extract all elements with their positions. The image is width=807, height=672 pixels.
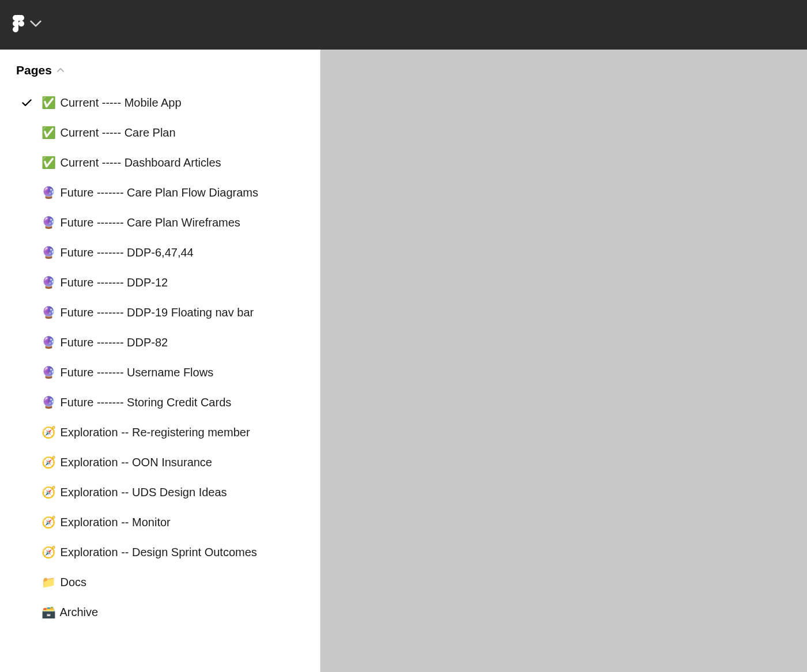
page-item-label: 📁 Docs xyxy=(42,575,313,589)
pages-list: ✅ Current ----- Mobile App✅ Current ----… xyxy=(0,88,320,627)
page-item[interactable]: 🔮 Future ------- Username Flows xyxy=(0,357,320,387)
page-emoji-icon: 🔮 xyxy=(42,305,56,319)
page-emoji-icon: 🔮 xyxy=(42,275,56,289)
page-item[interactable]: 🔮 Future ------- Storing Credit Cards xyxy=(0,387,320,417)
page-item[interactable]: 🔮 Future ------- DDP-19 Floating nav bar xyxy=(0,297,320,327)
page-item-label: 🔮 Future ------- DDP-82 xyxy=(42,335,313,349)
page-item[interactable]: ✅ Current ----- Mobile App xyxy=(0,88,320,118)
page-item[interactable]: 🔮 Future ------- DDP-12 xyxy=(0,267,320,297)
page-emoji-icon: 🗃️ xyxy=(42,605,56,619)
page-item[interactable]: ✅ Current ----- Care Plan xyxy=(0,118,320,148)
page-item-label: ✅ Current ----- Dashboard Articles xyxy=(42,156,313,169)
chevron-up-icon xyxy=(56,67,65,73)
page-emoji-icon: 🧭 xyxy=(42,485,56,499)
pages-panel-title: Pages xyxy=(16,63,52,77)
page-emoji-icon: 🧭 xyxy=(42,425,56,439)
page-item-label: 🔮 Future ------- DDP-6,47,44 xyxy=(42,246,313,259)
page-emoji-icon: ✅ xyxy=(42,96,56,110)
page-item-label: 🔮 Future ------- Username Flows xyxy=(42,365,313,379)
page-item-label: 🔮 Future ------- DDP-19 Floating nav bar xyxy=(42,305,313,319)
page-item[interactable]: 🔮 Future ------- DDP-6,47,44 xyxy=(0,237,320,267)
page-emoji-icon: 🔮 xyxy=(42,246,56,259)
main-menu-button[interactable] xyxy=(13,15,42,35)
page-item-label: ✅ Current ----- Care Plan xyxy=(42,126,313,139)
page-item[interactable]: 🧭 Exploration -- OON Insurance xyxy=(0,447,320,477)
page-emoji-icon: 🔮 xyxy=(42,216,56,229)
page-item-label: 🧭 Exploration -- UDS Design Ideas xyxy=(42,485,313,499)
canvas-area[interactable] xyxy=(320,50,807,672)
page-item-label: 🧭 Exploration -- OON Insurance xyxy=(42,455,313,469)
page-emoji-icon: 🔮 xyxy=(42,335,56,349)
page-item-label: 🧭 Exploration -- Monitor xyxy=(42,515,313,529)
page-item[interactable]: 🔮 Future ------- DDP-82 xyxy=(0,327,320,357)
chevron-down-icon xyxy=(30,15,42,35)
page-item[interactable]: ✅ Current ----- Dashboard Articles xyxy=(0,148,320,178)
page-item[interactable]: 📁 Docs xyxy=(0,567,320,597)
page-item-label: 🔮 Future ------- DDP-12 xyxy=(42,275,313,289)
page-item-label: 🔮 Future ------- Storing Credit Cards xyxy=(42,395,313,409)
top-toolbar xyxy=(0,0,807,50)
page-item[interactable]: 🧭 Exploration -- Re-registering member xyxy=(0,417,320,447)
page-item[interactable]: 🧭 Exploration -- UDS Design Ideas xyxy=(0,477,320,507)
pages-panel-header[interactable]: Pages xyxy=(0,58,320,88)
page-emoji-icon: 📁 xyxy=(42,575,56,589)
page-emoji-icon: 🔮 xyxy=(42,395,56,409)
page-item-label: ✅ Current ----- Mobile App xyxy=(42,96,313,110)
left-sidebar: Pages ✅ Current ----- Mobile App✅ Curren… xyxy=(0,50,320,672)
figma-logo-icon xyxy=(13,15,24,35)
page-item[interactable]: 🔮 Future ------- Care Plan Wireframes xyxy=(0,207,320,237)
page-emoji-icon: ✅ xyxy=(42,156,56,169)
page-emoji-icon: 🔮 xyxy=(42,365,56,379)
page-item[interactable]: 🔮 Future ------- Care Plan Flow Diagrams xyxy=(0,178,320,207)
page-item-label: 🧭 Exploration -- Design Sprint Outcomes xyxy=(42,545,313,559)
page-item-label: 🧭 Exploration -- Re-registering member xyxy=(42,425,313,439)
page-item[interactable]: 🗃️ Archive xyxy=(0,597,320,627)
page-emoji-icon: 🧭 xyxy=(42,515,56,529)
page-emoji-icon: ✅ xyxy=(42,126,56,139)
page-item-label: 🔮 Future ------- Care Plan Wireframes xyxy=(42,216,313,229)
page-item-label: 🗃️ Archive xyxy=(42,605,313,619)
page-emoji-icon: 🔮 xyxy=(42,186,56,199)
page-item[interactable]: 🧭 Exploration -- Design Sprint Outcomes xyxy=(0,537,320,567)
main-area: Pages ✅ Current ----- Mobile App✅ Curren… xyxy=(0,50,807,672)
page-emoji-icon: 🧭 xyxy=(42,455,56,469)
page-item[interactable]: 🧭 Exploration -- Monitor xyxy=(0,507,320,537)
selected-page-indicator xyxy=(21,99,32,107)
page-emoji-icon: 🧭 xyxy=(42,545,56,559)
page-item-label: 🔮 Future ------- Care Plan Flow Diagrams xyxy=(42,186,313,199)
